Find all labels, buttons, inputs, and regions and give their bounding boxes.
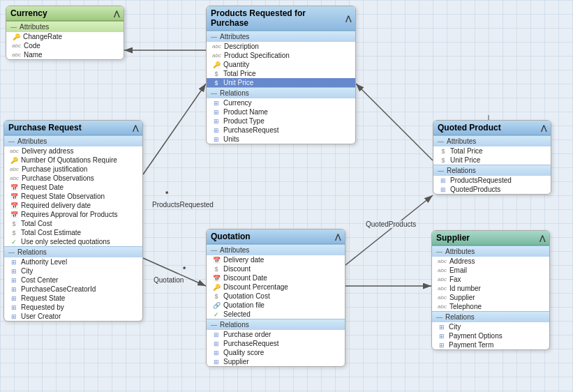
abc-icon-9: abc <box>438 267 447 273</box>
products-rels-section: — Relations <box>207 87 355 98</box>
currency-attrs-section: — Attributes <box>6 21 124 32</box>
currency-entity: Currency ⋀ — Attributes 🔑 ChangeRate abc… <box>6 6 124 60</box>
attr-total-cost: $ Total Cost <box>4 219 142 228</box>
purchase-request-entity: Purchase Request ⋀ — Attributes abc Deli… <box>3 120 143 322</box>
rel-purchaserequest: ⊞ PurchaseRequest <box>207 126 355 135</box>
key-icon-2: 🔑 <box>212 61 221 68</box>
link-icon-21: ⊞ <box>438 333 446 340</box>
date-icon-2: 📅 <box>10 193 18 200</box>
attr-telephone: abc Telephone <box>432 302 549 311</box>
dollar-icon-6: $ <box>439 157 447 164</box>
abc-icon-8: abc <box>438 258 447 264</box>
products-title: Products Requested for Purchase <box>211 8 345 28</box>
currency-attrs-label: Attributes <box>20 23 49 31</box>
currency-collapse[interactable]: ⋀ <box>114 10 119 17</box>
rel-payment-options: ⊞ Payment Options <box>432 331 549 340</box>
link-icon-12: ⊞ <box>10 313 18 320</box>
attr-fax: abc Fax <box>432 275 549 284</box>
attr-unit-price: $ Unit Price <box>207 78 355 87</box>
s-rels-section: — Relations <box>432 311 549 322</box>
link-icon: ⊞ <box>212 100 221 107</box>
quotation-multiplicity: * <box>183 265 186 273</box>
date-icon: 📅 <box>10 184 18 191</box>
section-dash-icon9: — <box>211 322 217 329</box>
products-collapse[interactable]: ⋀ <box>345 15 351 22</box>
purchase-request-collapse[interactable]: ⋀ <box>133 124 138 132</box>
s-rels-label: Relations <box>445 313 475 321</box>
attr-purch-obs: abc Purchase Observations <box>4 174 142 183</box>
section-dash-icon4: — <box>8 138 15 145</box>
pr-attrs-section: — Attributes <box>4 135 142 146</box>
q-rels-label: Relations <box>220 321 249 329</box>
purchase-request-header: Purchase Request ⋀ <box>4 121 142 135</box>
attr-name: abc Name <box>6 50 124 59</box>
qp-attrs-section: — Attributes <box>433 135 551 146</box>
link-icon-10: ⊞ <box>10 295 18 302</box>
link-icon-18: ⊞ <box>212 349 221 356</box>
abc-icon: abc <box>12 43 21 49</box>
dollar-icon-8: $ <box>212 293 221 300</box>
attr-delivery-date: 📅 Delivery date <box>207 255 345 264</box>
quotation-title: Quotation <box>211 232 251 241</box>
rel-authority: ⊞ Authority Level <box>4 257 142 266</box>
attr-address: abc Address <box>432 257 549 266</box>
attr-req-state-obs: 📅 Request State Observation <box>4 192 142 201</box>
supplier-entity: Supplier ⋀ — Attributes abc Address abc … <box>431 230 550 350</box>
section-dash-icon5: — <box>8 249 15 256</box>
rel-purchase-creator: ⊞ PurchaseCaseCreatorId <box>4 285 142 294</box>
rel-supplier: ⊞ Supplier <box>207 357 345 366</box>
products-header: Products Requested for Purchase ⋀ <box>207 6 355 31</box>
attr-discount: $ Discount <box>207 264 345 273</box>
date-icon-3: 📅 <box>10 202 18 209</box>
link-icon-5: ⊞ <box>212 136 221 143</box>
quoted-product-collapse[interactable]: ⋀ <box>541 124 546 132</box>
key-icon-3: 🔑 <box>10 157 18 164</box>
pr-attrs-label: Attributes <box>17 137 47 145</box>
attr-total-price: $ Total Price <box>207 69 355 78</box>
quoted-product-title: Quoted Product <box>438 123 501 133</box>
attr-quot-file: 🔗 Quotation file <box>207 301 345 310</box>
attr-id-number: abc Id number <box>432 284 549 293</box>
attr-email: abc Email <box>432 266 549 275</box>
link-icon-16: ⊞ <box>212 331 221 338</box>
attr-req-approval: 📅 Requires Approval for Products <box>4 210 142 219</box>
attr-qp-total-price: $ Total Price <box>433 146 551 156</box>
dollar-icon-3: $ <box>10 220 18 227</box>
section-dash-icon8: — <box>211 247 217 254</box>
section-dash-icon7: — <box>438 167 444 174</box>
attr-supplier-name: abc Supplier <box>432 293 549 302</box>
quotation-entity: Quotation ⋀ — Attributes 📅 Delivery date… <box>206 229 345 367</box>
dollar-icon-7: $ <box>212 266 221 273</box>
link-icon-17: ⊞ <box>212 340 221 347</box>
section-dash-icon10: — <box>436 248 442 255</box>
rel-requested-by: ⊞ Requested by <box>4 303 142 312</box>
rel-purchase-order: ⊞ Purchase order <box>207 330 345 339</box>
key-icon-4: 🔑 <box>212 284 221 291</box>
link-icon-13: ⊞ <box>439 177 447 184</box>
attr-use-selected: ✓ Use only selected quotations <box>4 237 142 246</box>
q-attrs-label: Attributes <box>220 246 249 254</box>
dollar-icon: $ <box>212 70 221 77</box>
products-rels-label: Relations <box>220 89 249 97</box>
quotation-collapse[interactable]: ⋀ <box>335 233 341 241</box>
products-requested-multiplicity: * <box>165 190 168 198</box>
section-dash-icon3: — <box>211 90 217 97</box>
attr-purch-justif: abc Purchase justification <box>4 165 142 174</box>
link-icon-22: ⊞ <box>438 342 446 349</box>
date-icon-4: 📅 <box>10 211 18 218</box>
pr-rels-label: Relations <box>17 248 47 256</box>
abc-icon-11: abc <box>438 285 447 292</box>
qp-rels-section: — Relations <box>433 165 551 176</box>
abc-icon-6: abc <box>10 166 19 172</box>
quoted-product-entity: Quoted Product ⋀ — Attributes $ Total Pr… <box>433 120 551 195</box>
rel-payment-term: ⊞ Payment Term <box>432 340 549 349</box>
supplier-collapse[interactable]: ⋀ <box>539 234 545 242</box>
attr-product-spec: abc Product Specification <box>207 51 355 60</box>
s-attrs-label: Attributes <box>445 248 475 255</box>
attr-quot-cost: $ Quotation Cost <box>207 292 345 301</box>
q-attrs-section: — Attributes <box>207 244 345 255</box>
svg-line-2 <box>356 84 433 160</box>
section-dash-icon2: — <box>211 33 217 40</box>
currency-header: Currency ⋀ <box>6 6 124 21</box>
rel-product-type: ⊞ Product Type <box>207 116 355 126</box>
